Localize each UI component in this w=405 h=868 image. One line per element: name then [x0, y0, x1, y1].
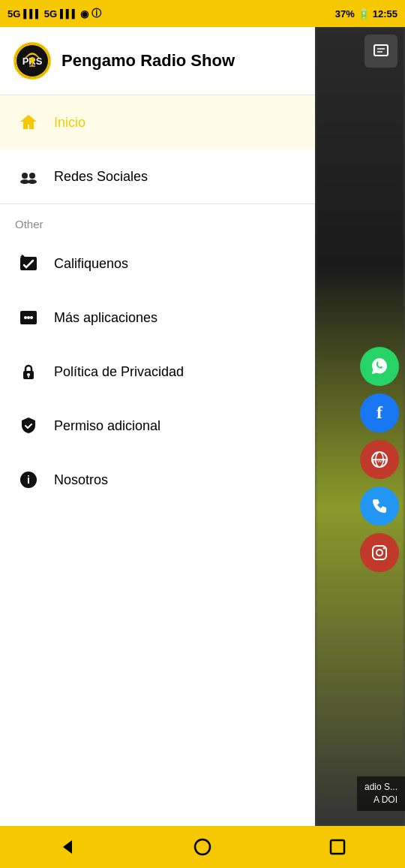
right-bottom-text: adio S... A DOI: [357, 776, 405, 811]
nav-item-permiso[interactable]: Permiso adicional: [0, 399, 315, 453]
app-logo: PRS: [14, 42, 51, 80]
battery-percent: 37%: [335, 8, 355, 20]
nav-item-privacidad[interactable]: Política de Privacidad: [0, 345, 315, 399]
svg-point-13: [30, 316, 33, 319]
chat-overlay: [364, 35, 398, 68]
main-layout: PRS Pengamo Radio Show: [0, 27, 405, 826]
status-bar-left: 5G ▌▌▌ 5G ▌▌▌ ◉ ⓘ: [8, 7, 101, 20]
nav-item-califiquenos[interactable]: Califiquenos: [0, 237, 315, 291]
recents-button[interactable]: [315, 826, 360, 868]
privacidad-label: Política de Privacidad: [54, 364, 184, 380]
nav-item-inicio[interactable]: Inicio: [0, 95, 315, 149]
social-buttons: f WWW: [360, 347, 399, 572]
nav-item-nosotros[interactable]: i Nosotros: [0, 453, 315, 507]
svg-text:WWW: WWW: [372, 458, 387, 463]
battery-icon: 🔋: [358, 8, 370, 20]
svg-point-30: [195, 839, 210, 854]
time: 12:55: [373, 8, 398, 20]
wifi-icon: ◉: [80, 8, 88, 20]
nosotros-label: Nosotros: [54, 472, 108, 488]
svg-point-12: [27, 316, 30, 319]
shield-check-icon: [15, 412, 42, 439]
info-circle-icon: i: [15, 466, 42, 493]
drawer: PRS Pengamo Radio Show: [0, 27, 315, 826]
svg-point-8: [28, 179, 37, 184]
svg-rect-2: [30, 57, 34, 63]
redes-label: Redes Sociales: [54, 169, 148, 185]
web-button[interactable]: WWW: [360, 440, 399, 479]
inicio-label: Inicio: [54, 115, 86, 131]
svg-text:i: i: [27, 474, 30, 486]
mas-apps-label: Más aplicaciones: [54, 310, 158, 326]
facebook-button[interactable]: f: [360, 393, 399, 432]
rate-icon: [15, 250, 42, 277]
instagram-button[interactable]: [360, 533, 399, 572]
nav-item-redes[interactable]: Redes Sociales: [0, 149, 315, 203]
status-bar: 5G ▌▌▌ 5G ▌▌▌ ◉ ⓘ 37% 🔋 12:55: [0, 0, 405, 27]
home-icon: [15, 109, 42, 136]
nav-section: Inicio Redes Sociales Other: [0, 95, 315, 826]
lock-icon: [15, 358, 42, 385]
nav-item-mas-apps[interactable]: Más aplicaciones: [0, 291, 315, 345]
svg-point-5: [22, 173, 28, 179]
apps-icon: [15, 304, 42, 331]
back-button[interactable]: [45, 826, 90, 868]
status-bar-right: 37% 🔋 12:55: [335, 8, 398, 20]
whatsapp-button[interactable]: [360, 347, 399, 386]
svg-rect-19: [374, 45, 388, 56]
home-button[interactable]: [180, 826, 225, 868]
chat-icon[interactable]: [364, 35, 398, 68]
svg-rect-31: [331, 840, 344, 854]
signal-icons-4: ▌▌▌: [60, 9, 77, 18]
phone-button[interactable]: [360, 487, 399, 526]
signal-icons: 5G: [8, 8, 20, 20]
bottom-text-line1: adio S...: [364, 781, 398, 794]
other-section-label: Other: [0, 204, 315, 237]
svg-point-6: [29, 173, 35, 179]
permiso-label: Permiso adicional: [54, 418, 160, 434]
svg-marker-29: [63, 840, 72, 854]
svg-rect-9: [20, 257, 37, 270]
app-title: Pengamo Radio Show: [62, 51, 235, 71]
califiquenos-label: Califiquenos: [54, 256, 128, 272]
info-icon: ⓘ: [92, 7, 101, 20]
bottom-text-line2: A DOI: [364, 794, 398, 806]
svg-point-27: [376, 550, 382, 556]
signal-icons-3: 5G: [44, 8, 57, 20]
svg-point-11: [24, 316, 27, 319]
drawer-header: PRS Pengamo Radio Show: [0, 27, 315, 95]
signal-icons-2: ▌▌▌: [23, 9, 40, 18]
svg-point-28: [383, 547, 386, 549]
bottom-nav: [0, 826, 405, 868]
svg-point-15: [27, 373, 30, 376]
social-icon: [15, 163, 42, 190]
right-panel: f WWW: [315, 27, 405, 826]
